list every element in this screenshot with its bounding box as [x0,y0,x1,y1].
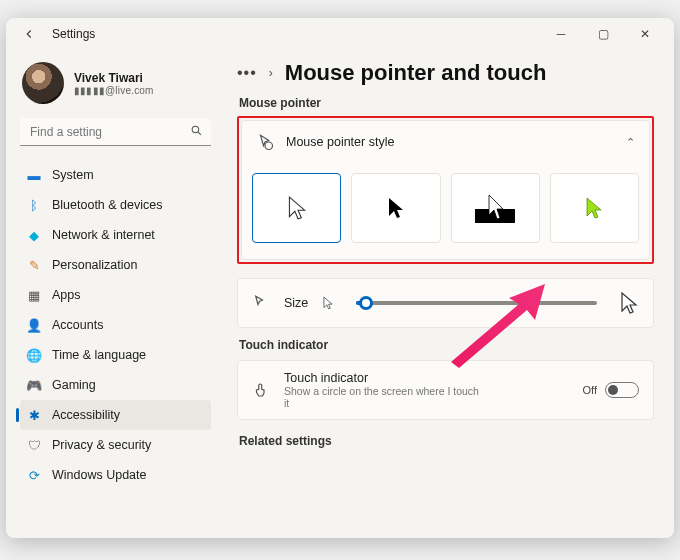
search-box[interactable] [20,118,211,146]
card-pointer-style: Mouse pointer style ⌃ [241,120,650,260]
chevron-up-icon: ⌃ [626,136,635,149]
profile[interactable]: Vivek Tiwari ▮▮▮▮▮@live.com [20,58,211,118]
pointer-style-inverted[interactable] [451,173,540,243]
size-slider[interactable] [356,301,597,305]
pointer-style-white[interactable] [252,173,341,243]
bluetooth-icon: ᛒ [26,197,42,213]
person-icon: 👤 [26,317,42,333]
size-max-icon [619,291,639,315]
sidebar-item-time[interactable]: 🌐Time & language [20,340,211,370]
chevron-right-icon: › [269,66,273,80]
card-pointer-size: Size [237,278,654,328]
sidebar-item-system[interactable]: ▬System [20,160,211,190]
touch-subtitle: Show a circle on the screen where I touc… [284,385,484,409]
sidebar-item-network[interactable]: ◆Network & internet [20,220,211,250]
size-label: Size [284,296,308,310]
size-icon [252,294,270,312]
brush-icon: ✎ [26,257,42,273]
main-content: ••• › Mouse pointer and touch Mouse poin… [221,50,674,538]
gamepad-icon: 🎮 [26,377,42,393]
app-title: Settings [52,27,95,41]
sidebar-item-accounts[interactable]: 👤Accounts [20,310,211,340]
update-icon: ⟳ [26,467,42,483]
profile-name: Vivek Tiwari [74,71,154,85]
sidebar: Vivek Tiwari ▮▮▮▮▮@live.com ▬System ᛒBlu… [6,50,221,538]
svg-point-0 [192,126,199,133]
breadcrumb: ••• › Mouse pointer and touch [237,60,654,86]
pointer-style-icon [256,133,274,151]
section-mouse-pointer: Mouse pointer [239,96,654,110]
sidebar-item-accessibility[interactable]: ✱Accessibility [20,400,211,430]
profile-email: ▮▮▮▮▮@live.com [74,85,154,96]
card-touch-indicator: Touch indicator Show a circle on the scr… [237,360,654,420]
shield-icon: 🛡 [26,437,42,453]
minimize-button[interactable]: ─ [552,27,570,41]
close-button[interactable]: ✕ [636,27,654,41]
section-touch-indicator: Touch indicator [239,338,654,352]
section-related: Related settings [239,434,654,448]
touch-state-label: Off [583,384,597,396]
back-arrow-icon [22,27,36,41]
page-title: Mouse pointer and touch [285,60,547,86]
touch-toggle[interactable] [605,382,639,398]
touch-icon [252,381,270,399]
card-pointer-style-title: Mouse pointer style [286,135,394,149]
wifi-icon: ◆ [26,227,42,243]
card-pointer-style-header[interactable]: Mouse pointer style ⌃ [242,121,649,163]
svg-point-1 [265,142,273,150]
maximize-button[interactable]: ▢ [594,27,612,41]
size-min-icon [322,296,334,310]
search-icon [190,124,203,137]
apps-icon: ▦ [26,287,42,303]
sidebar-item-update[interactable]: ⟳Windows Update [20,460,211,490]
annotation-highlight: Mouse pointer style ⌃ [237,116,654,264]
sidebar-item-personalization[interactable]: ✎Personalization [20,250,211,280]
pointer-style-custom[interactable] [550,173,639,243]
pointer-style-options [242,163,649,259]
sidebar-item-gaming[interactable]: 🎮Gaming [20,370,211,400]
settings-window: Settings ─ ▢ ✕ Vivek Tiwari ▮▮▮▮▮@live.c… [6,18,674,538]
card-pointer-size-body: Size [238,279,653,327]
pointer-style-black[interactable] [351,173,440,243]
titlebar: Settings ─ ▢ ✕ [6,18,674,50]
back-button[interactable] [14,19,44,49]
touch-title: Touch indicator [284,371,484,385]
avatar [22,62,64,104]
slider-thumb[interactable] [359,296,373,310]
accessibility-icon: ✱ [26,407,42,423]
sidebar-item-bluetooth[interactable]: ᛒBluetooth & devices [20,190,211,220]
nav-list: ▬System ᛒBluetooth & devices ◆Network & … [20,160,211,490]
globe-icon: 🌐 [26,347,42,363]
monitor-icon: ▬ [26,167,42,183]
search-input[interactable] [20,118,211,146]
breadcrumb-ellipsis[interactable]: ••• [237,64,257,82]
sidebar-item-privacy[interactable]: 🛡Privacy & security [20,430,211,460]
sidebar-item-apps[interactable]: ▦Apps [20,280,211,310]
